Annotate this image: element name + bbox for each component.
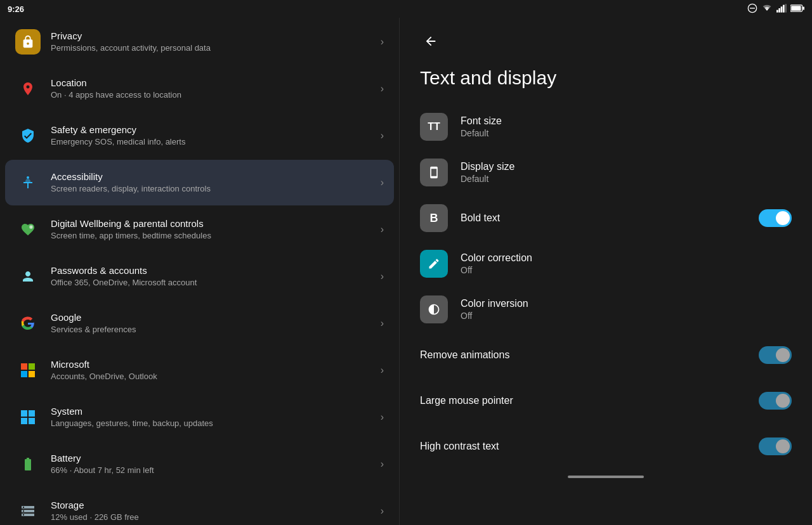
settings-item-microsoft[interactable]: Microsoft Accounts, OneDrive, Outlook › <box>5 347 394 393</box>
settings-item-privacy[interactable]: Privacy Permissions, account activity, p… <box>5 19 394 65</box>
system-subtitle: Languages, gestures, time, backup, updat… <box>51 418 381 429</box>
wifi-icon <box>761 4 773 15</box>
high-contrast-title: High contrast text <box>420 441 759 452</box>
status-bar: 9:26 <box>0 0 812 18</box>
large-mouse-toggle[interactable] <box>759 392 792 410</box>
battery-icon <box>790 4 804 14</box>
back-button[interactable] <box>420 30 442 56</box>
settings-item-passwords[interactable]: Passwords & accounts Office 365, OneDriv… <box>5 254 394 299</box>
settings-item-safety[interactable]: Safety & emergency Emergency SOS, medica… <box>5 113 394 159</box>
location-subtitle: On · 4 apps have access to location <box>51 90 381 101</box>
privacy-text: Privacy Permissions, account activity, p… <box>51 30 381 54</box>
bold-text-toggle[interactable] <box>759 209 792 227</box>
passwords-title: Passwords & accounts <box>51 264 381 277</box>
battery-subtitle: 66% · About 7 hr, 52 min left <box>51 465 381 476</box>
font-size-title: Font size <box>461 115 792 127</box>
remove-animations-toggle[interactable] <box>759 346 792 364</box>
system-title: System <box>51 405 381 418</box>
remove-animations-text: Remove animations <box>420 349 759 361</box>
privacy-subtitle: Permissions, account activity, personal … <box>51 43 381 54</box>
display-item-display-size[interactable]: Display size Default <box>400 150 812 195</box>
digital-icon-wrap <box>15 217 41 242</box>
right-nav-area <box>400 469 812 484</box>
display-item-remove-animations[interactable]: Remove animations <box>400 332 812 378</box>
svg-point-12 <box>31 228 32 229</box>
bold-text-text: Bold text <box>461 212 759 224</box>
storage-chevron: › <box>381 505 384 517</box>
svg-rect-4 <box>781 6 783 12</box>
remove-animations-knob <box>776 348 790 362</box>
bold-text-knob <box>776 211 790 225</box>
svg-rect-9 <box>791 6 801 11</box>
bold-text-icon: B <box>420 204 448 232</box>
passwords-icon-wrap <box>15 264 41 289</box>
left-panel: Privacy Permissions, account activity, p… <box>0 18 400 525</box>
storage-icon-wrap <box>15 498 41 524</box>
accessibility-title: Accessibility <box>51 171 381 183</box>
display-item-font-size[interactable]: TT Font size Default <box>400 104 812 150</box>
storage-subtitle: 12% used · 226 GB free <box>51 512 381 523</box>
display-size-title: Display size <box>461 161 792 172</box>
svg-rect-19 <box>21 418 27 424</box>
safety-text: Safety & emergency Emergency SOS, medica… <box>51 124 381 148</box>
privacy-title: Privacy <box>51 30 381 42</box>
system-text: System Languages, gestures, time, backup… <box>51 405 381 429</box>
location-text: Location On · 4 apps have access to loca… <box>51 77 381 101</box>
high-contrast-toggle[interactable] <box>759 438 792 455</box>
svg-rect-6 <box>785 4 787 12</box>
accessibility-text: Accessibility Screen readers, display, i… <box>51 171 381 195</box>
battery-icon-wrap <box>15 451 41 477</box>
svg-rect-13 <box>21 363 27 370</box>
accessibility-chevron: › <box>381 177 384 188</box>
settings-item-system[interactable]: System Languages, gestures, time, backup… <box>5 394 394 440</box>
microsoft-chevron: › <box>381 365 384 376</box>
display-item-color-inversion[interactable]: Color inversion Off <box>400 287 812 332</box>
main-container: Privacy Permissions, account activity, p… <box>0 18 812 525</box>
privacy-icon-wrap <box>15 29 41 55</box>
google-title: Google <box>51 311 381 324</box>
google-subtitle: Services & preferences <box>51 325 381 335</box>
svg-point-10 <box>27 176 29 179</box>
settings-item-digital[interactable]: Digital Wellbeing & parental controls Sc… <box>5 207 394 252</box>
display-size-text: Display size Default <box>461 161 792 184</box>
settings-item-accessibility[interactable]: Accessibility Screen readers, display, i… <box>5 160 394 205</box>
color-correction-title: Color correction <box>461 252 792 264</box>
status-icons <box>747 3 804 15</box>
display-item-color-correction[interactable]: Color correction Off <box>400 241 812 287</box>
svg-rect-15 <box>21 371 27 377</box>
display-item-bold-text[interactable]: B Bold text <box>400 195 812 241</box>
display-item-large-mouse[interactable]: Large mouse pointer <box>400 378 812 424</box>
svg-rect-20 <box>29 418 35 424</box>
color-correction-icon <box>420 250 448 278</box>
settings-item-battery[interactable]: Battery 66% · About 7 hr, 52 min left › <box>5 441 394 487</box>
svg-rect-5 <box>783 4 785 12</box>
microsoft-text: Microsoft Accounts, OneDrive, Outlook <box>51 358 381 382</box>
location-chevron: › <box>381 83 384 94</box>
passwords-chevron: › <box>381 271 384 282</box>
remove-animations-title: Remove animations <box>420 349 759 361</box>
dnd-icon <box>747 3 757 15</box>
digital-title: Digital Wellbeing & parental controls <box>51 217 381 230</box>
svg-rect-2 <box>776 10 778 12</box>
svg-rect-17 <box>21 410 27 417</box>
digital-chevron: › <box>381 224 384 235</box>
color-inversion-title: Color inversion <box>461 298 792 309</box>
svg-rect-14 <box>29 363 35 370</box>
microsoft-subtitle: Accounts, OneDrive, Outlook <box>51 372 381 382</box>
display-item-high-contrast[interactable]: High contrast text <box>400 424 812 469</box>
battery-title: Battery <box>51 452 381 465</box>
safety-icon-wrap <box>15 123 41 148</box>
right-panel: Text and display TT Font size Default Di… <box>400 18 812 525</box>
settings-item-location[interactable]: Location On · 4 apps have access to loca… <box>5 66 394 112</box>
system-chevron: › <box>381 412 384 423</box>
digital-text: Digital Wellbeing & parental controls Sc… <box>51 217 381 242</box>
high-contrast-knob <box>776 439 790 453</box>
privacy-chevron: › <box>381 36 384 48</box>
settings-item-google[interactable]: Google Services & preferences › <box>5 301 394 346</box>
settings-item-storage[interactable]: Storage 12% used · 226 GB free › <box>5 488 394 525</box>
font-size-text: Font size Default <box>461 115 792 138</box>
color-inversion-text: Color inversion Off <box>461 298 792 321</box>
storage-text: Storage 12% used · 226 GB free <box>51 499 381 523</box>
system-icon-wrap <box>15 405 41 430</box>
svg-rect-8 <box>802 6 804 10</box>
